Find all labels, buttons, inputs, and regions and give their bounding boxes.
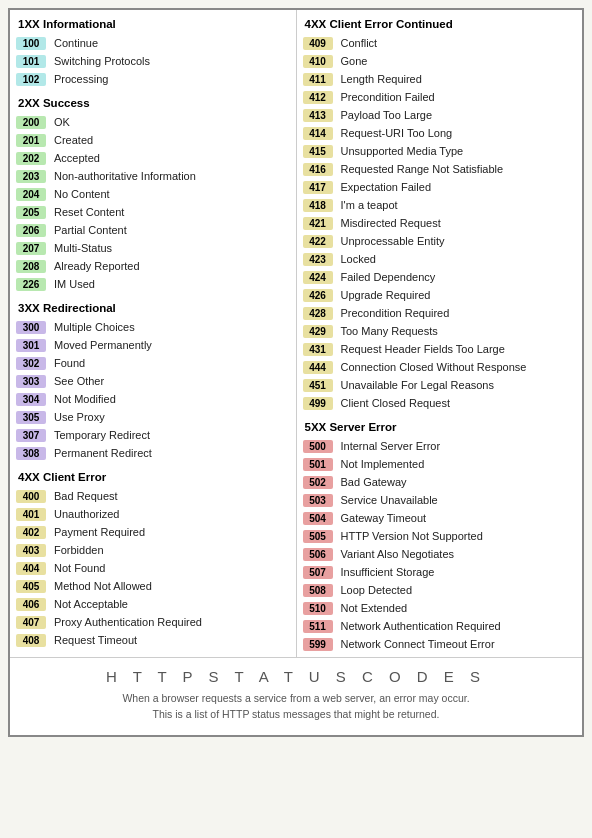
table-row: 301Moved Permanently (10, 336, 296, 354)
table-row: 200OK (10, 113, 296, 131)
code-badge: 201 (16, 134, 46, 147)
code-label: Upgrade Required (341, 289, 431, 301)
code-badge: 202 (16, 152, 46, 165)
table-row: 501Not Implemented (297, 455, 583, 473)
table-row: 421Misdirected Request (297, 214, 583, 232)
code-label: Gateway Timeout (341, 512, 427, 524)
table-row: 302Found (10, 354, 296, 372)
code-label: See Other (54, 375, 104, 387)
code-badge: 207 (16, 242, 46, 255)
code-badge: 451 (303, 379, 333, 392)
table-row: 400Bad Request (10, 487, 296, 505)
code-badge: 300 (16, 321, 46, 334)
table-row: 202Accepted (10, 149, 296, 167)
table-row: 423Locked (297, 250, 583, 268)
table-row: 424Failed Dependency (297, 268, 583, 286)
code-label: Use Proxy (54, 411, 105, 423)
table-row: 401Unauthorized (10, 505, 296, 523)
table-row: 303See Other (10, 372, 296, 390)
table-row: 203Non-authoritative Information (10, 167, 296, 185)
code-label: OK (54, 116, 70, 128)
code-badge: 206 (16, 224, 46, 237)
code-label: I'm a teapot (341, 199, 398, 211)
table-row: 405Method Not Allowed (10, 577, 296, 595)
code-label: Accepted (54, 152, 100, 164)
table-row: 429Too Many Requests (297, 322, 583, 340)
code-badge: 505 (303, 530, 333, 543)
code-label: Precondition Required (341, 307, 450, 319)
code-badge: 407 (16, 616, 46, 629)
code-label: Not Found (54, 562, 105, 574)
code-badge: 422 (303, 235, 333, 248)
code-badge: 500 (303, 440, 333, 453)
code-badge: 226 (16, 278, 46, 291)
code-label: Processing (54, 73, 108, 85)
footer-line2: This is a list of HTTP status messages t… (30, 707, 562, 723)
code-badge: 102 (16, 73, 46, 86)
table-row: 201Created (10, 131, 296, 149)
code-badge: 308 (16, 447, 46, 460)
code-badge: 410 (303, 55, 333, 68)
code-badge: 428 (303, 307, 333, 320)
code-badge: 408 (16, 634, 46, 647)
table-row: 305Use Proxy (10, 408, 296, 426)
table-row: 506Variant Also Negotiates (297, 545, 583, 563)
code-badge: 404 (16, 562, 46, 575)
table-row: 503Service Unavailable (297, 491, 583, 509)
code-label: Forbidden (54, 544, 104, 556)
code-badge: 507 (303, 566, 333, 579)
table-row: 404Not Found (10, 559, 296, 577)
code-label: HTTP Version Not Supported (341, 530, 483, 542)
code-label: Requested Range Not Satisfiable (341, 163, 504, 175)
code-label: Failed Dependency (341, 271, 436, 283)
code-label: Proxy Authentication Required (54, 616, 202, 628)
code-badge: 506 (303, 548, 333, 561)
code-badge: 415 (303, 145, 333, 158)
footer-line1: When a browser requests a service from a… (30, 691, 562, 707)
table-row: 411Length Required (297, 70, 583, 88)
code-label: Multiple Choices (54, 321, 135, 333)
code-badge: 413 (303, 109, 333, 122)
code-label: Client Closed Request (341, 397, 450, 409)
code-badge: 417 (303, 181, 333, 194)
footer: H T T P S T A T U S C O D E S When a bro… (10, 657, 582, 735)
table-row: 426Upgrade Required (297, 286, 583, 304)
code-label: Gone (341, 55, 368, 67)
table-row: 416Requested Range Not Satisfiable (297, 160, 583, 178)
table-row: 502Bad Gateway (297, 473, 583, 491)
code-label: Moved Permanently (54, 339, 152, 351)
code-label: Not Acceptable (54, 598, 128, 610)
table-row: 412Precondition Failed (297, 88, 583, 106)
code-label: Not Implemented (341, 458, 425, 470)
code-label: Locked (341, 253, 376, 265)
code-badge: 304 (16, 393, 46, 406)
right-column: 4XX Client Error Continued409Conflict410… (297, 10, 583, 657)
code-label: Continue (54, 37, 98, 49)
code-label: Method Not Allowed (54, 580, 152, 592)
columns: 1XX Informational100Continue101Switching… (10, 10, 582, 657)
table-row: 403Forbidden (10, 541, 296, 559)
table-row: 307Temporary Redirect (10, 426, 296, 444)
code-label: Temporary Redirect (54, 429, 150, 441)
code-badge: 405 (16, 580, 46, 593)
code-badge: 508 (303, 584, 333, 597)
table-row: 511Network Authentication Required (297, 617, 583, 635)
table-row: 226IM Used (10, 275, 296, 293)
table-row: 410Gone (297, 52, 583, 70)
code-badge: 401 (16, 508, 46, 521)
table-row: 422Unprocessable Entity (297, 232, 583, 250)
code-label: Bad Request (54, 490, 118, 502)
table-row: 505HTTP Version Not Supported (297, 527, 583, 545)
table-row: 409Conflict (297, 34, 583, 52)
code-label: Conflict (341, 37, 378, 49)
code-label: Length Required (341, 73, 422, 85)
code-badge: 101 (16, 55, 46, 68)
code-badge: 400 (16, 490, 46, 503)
code-label: Too Many Requests (341, 325, 438, 337)
code-badge: 204 (16, 188, 46, 201)
code-label: Variant Also Negotiates (341, 548, 455, 560)
table-row: 417Expectation Failed (297, 178, 583, 196)
code-badge: 426 (303, 289, 333, 302)
table-row: 408Request Timeout (10, 631, 296, 649)
code-label: Network Authentication Required (341, 620, 501, 632)
